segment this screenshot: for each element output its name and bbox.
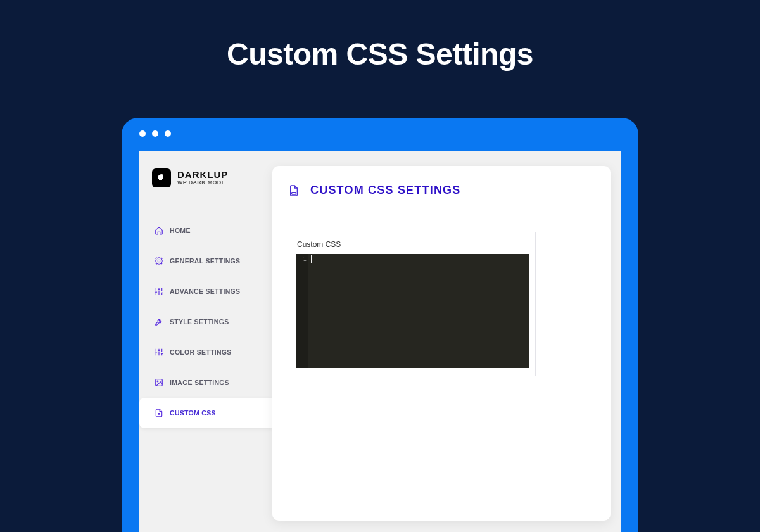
sidebar-item-custom-css[interactable]: CUSTOM CSS <box>139 398 272 428</box>
tools-icon <box>155 317 163 326</box>
window-dot-maximize-icon[interactable] <box>165 130 171 137</box>
panel-header: CUSTOM CSS SETTINGS <box>289 184 594 210</box>
browser-frame: DARKLUP WP DARK MODE HOME GENERAL SETTIN… <box>122 118 638 532</box>
sliders-icon <box>155 287 163 296</box>
svg-point-0 <box>158 260 160 262</box>
sidebar-item-label: CUSTOM CSS <box>170 409 216 417</box>
sidebar-item-label: HOME <box>170 227 191 234</box>
svg-point-20 <box>157 381 158 382</box>
brand-name: DARKLUP <box>177 170 228 180</box>
svg-rect-21 <box>292 192 296 194</box>
gear-icon <box>155 256 163 265</box>
css-file-icon <box>289 184 299 197</box>
page-hero-title: Custom CSS Settings <box>0 0 760 72</box>
image-icon <box>155 378 163 387</box>
brand-logo-icon <box>152 168 171 187</box>
window-controls <box>122 118 638 149</box>
editor-caret-icon <box>311 255 312 263</box>
sidebar-item-color-settings[interactable]: COLOR SETTINGS <box>139 337 272 367</box>
sidebar-item-general-settings[interactable]: GENERAL SETTINGS <box>139 246 272 276</box>
custom-css-field: Custom CSS 1 <box>289 232 536 376</box>
sidebar-nav: HOME GENERAL SETTINGS ADVANCE SETTINGS <box>139 215 272 428</box>
sliders-icon <box>155 348 163 357</box>
brand-subtitle: WP DARK MODE <box>177 180 228 186</box>
app-canvas: DARKLUP WP DARK MODE HOME GENERAL SETTIN… <box>139 151 621 532</box>
window-dot-minimize-icon[interactable] <box>152 130 158 137</box>
sidebar-item-label: COLOR SETTINGS <box>170 348 232 356</box>
field-label: Custom CSS <box>296 239 529 254</box>
brand-block: DARKLUP WP DARK MODE <box>139 151 272 187</box>
window-dot-close-icon[interactable] <box>139 130 146 137</box>
sidebar-item-image-settings[interactable]: IMAGE SETTINGS <box>139 367 272 398</box>
panel-title: CUSTOM CSS SETTINGS <box>310 184 461 197</box>
css-file-icon <box>155 408 163 417</box>
sidebar-item-advance-settings[interactable]: ADVANCE SETTINGS <box>139 276 272 307</box>
sidebar-item-home[interactable]: HOME <box>139 215 272 246</box>
editor-gutter: 1 <box>296 254 308 368</box>
settings-panel: CUSTOM CSS SETTINGS Custom CSS 1 <box>272 166 611 521</box>
sidebar-item-label: GENERAL SETTINGS <box>170 257 240 265</box>
css-code-editor[interactable]: 1 <box>296 254 529 368</box>
brand-text: DARKLUP WP DARK MODE <box>177 170 228 186</box>
sidebar-item-label: STYLE SETTINGS <box>170 318 229 326</box>
sidebar-item-label: IMAGE SETTINGS <box>170 379 229 386</box>
settings-sidebar: DARKLUP WP DARK MODE HOME GENERAL SETTIN… <box>139 151 272 532</box>
sidebar-item-style-settings[interactable]: STYLE SETTINGS <box>139 307 272 337</box>
sidebar-item-label: ADVANCE SETTINGS <box>170 288 240 295</box>
home-icon <box>155 226 163 235</box>
